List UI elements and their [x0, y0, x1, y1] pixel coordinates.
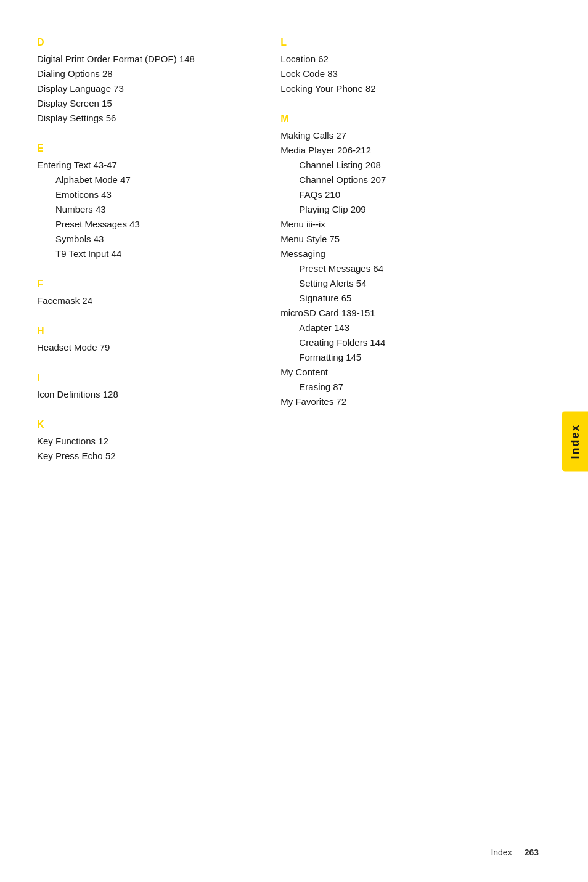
index-section: LLocation 62Lock Code 83Locking Your Pho…	[280, 37, 551, 96]
page-container: DDigital Print Order Format (DPOF) 148Di…	[0, 0, 588, 882]
footer-label: Index	[491, 847, 512, 857]
index-entry: Location 62	[280, 52, 551, 67]
section-letter: H	[37, 325, 256, 337]
index-entry: Entering Text 43-47	[37, 158, 256, 173]
index-entry: Locking Your Phone 82	[280, 81, 551, 96]
section-letter: E	[37, 143, 256, 154]
index-entry: Facemask 24	[37, 293, 256, 308]
index-entry: Preset Messages 43	[37, 217, 256, 232]
index-entry: Symbols 43	[37, 232, 256, 247]
index-entry: Key Functions 12	[37, 434, 256, 449]
section-letter: D	[37, 37, 256, 48]
index-entry: Headset Mode 79	[37, 340, 256, 355]
index-entry: T9 Text Input 44	[37, 247, 256, 261]
index-entry: Lock Code 83	[280, 67, 551, 81]
index-entry: Channel Listing 208	[280, 158, 551, 173]
page-footer: Index 263	[491, 847, 539, 857]
index-section: DDigital Print Order Format (DPOF) 148Di…	[37, 37, 256, 126]
index-entry: Dialing Options 28	[37, 67, 256, 81]
side-tab: Index	[562, 411, 588, 471]
section-letter: M	[280, 113, 551, 125]
index-section: FFacemask 24	[37, 279, 256, 308]
index-entry: Preset Messages 64	[280, 261, 551, 276]
index-entry: Media Player 206-212	[280, 143, 551, 158]
index-entry: Creating Folders 144	[280, 335, 551, 350]
index-entry: Alphabet Mode 47	[37, 173, 256, 187]
index-entry: Channel Options 207	[280, 173, 551, 187]
index-section: KKey Functions 12Key Press Echo 52	[37, 419, 256, 463]
index-entry: Adapter 143	[280, 321, 551, 335]
section-letter: L	[280, 37, 551, 48]
section-letter: F	[37, 279, 256, 290]
index-section: HHeadset Mode 79	[37, 325, 256, 355]
section-letter: I	[37, 372, 256, 383]
right-column: LLocation 62Lock Code 83Locking Your Pho…	[268, 37, 551, 845]
index-entry: Key Press Echo 52	[37, 449, 256, 463]
index-entry: Erasing 87	[280, 380, 551, 394]
index-entry: Display Language 73	[37, 81, 256, 96]
index-entry: Signature 65	[280, 291, 551, 306]
left-column: DDigital Print Order Format (DPOF) 148Di…	[37, 37, 268, 845]
index-entry: Emoticons 43	[37, 187, 256, 202]
index-entry: Formatting 145	[280, 350, 551, 365]
index-section: IIcon Definitions 128	[37, 372, 256, 402]
index-section: EEntering Text 43-47Alphabet Mode 47Emot…	[37, 143, 256, 261]
side-tab-label: Index	[569, 423, 582, 459]
index-entry: Icon Definitions 128	[37, 387, 256, 402]
index-entry: Playing Clip 209	[280, 202, 551, 217]
index-entry: Numbers 43	[37, 202, 256, 217]
index-entry: Setting Alerts 54	[280, 276, 551, 291]
index-entry: My Favorites 72	[280, 394, 551, 409]
index-entry: Menu iii--ix	[280, 217, 551, 232]
index-entry: FAQs 210	[280, 187, 551, 202]
index-entry: Display Settings 56	[37, 111, 256, 126]
footer-page-number: 263	[525, 847, 539, 857]
index-entry: Display Screen 15	[37, 96, 256, 111]
section-letter: K	[37, 419, 256, 430]
index-entry: Making Calls 27	[280, 128, 551, 143]
index-entry: Messaging	[280, 247, 551, 261]
index-entry: microSD Card 139-151	[280, 306, 551, 321]
index-entry: Digital Print Order Format (DPOF) 148	[37, 52, 256, 67]
index-section: MMaking Calls 27Media Player 206-212Chan…	[280, 113, 551, 409]
index-entry: My Content	[280, 365, 551, 380]
index-entry: Menu Style 75	[280, 232, 551, 247]
